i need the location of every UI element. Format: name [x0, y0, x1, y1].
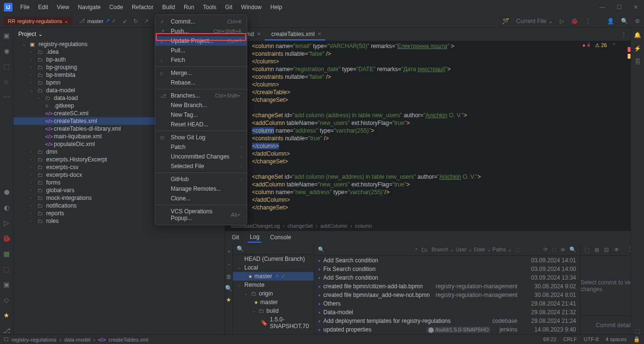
layers-tool-icon[interactable]: ⬚	[635, 328, 640, 334]
eye-icon[interactable]: 👁	[614, 246, 619, 253]
git-menu-item[interactable]: Manage Remotes...	[155, 184, 247, 194]
debug-icon[interactable]: 🐞	[571, 18, 578, 25]
breadcrumb-item[interactable]: changeSet	[288, 223, 313, 229]
line-separator[interactable]: CRLF	[563, 336, 577, 343]
git-menu-item[interactable]: ◴Show Git Log	[155, 133, 247, 142]
run-config-selector[interactable]: Current File ⌄	[516, 18, 553, 25]
remove-icon[interactable]: －	[226, 260, 232, 269]
menu-view[interactable]: View	[53, 2, 73, 12]
breadcrumb-item[interactable]: addColumn	[320, 223, 347, 229]
menu-build[interactable]: Build	[158, 2, 179, 12]
filter-user[interactable]: User ⌄	[455, 246, 474, 252]
menu-code[interactable]: Code	[105, 2, 127, 12]
branch-item-snapshot[interactable]: 🔖 1.5.0-SNAPSHOT.70	[233, 315, 314, 331]
branch-group-remote[interactable]: ⌄Remote	[233, 281, 314, 289]
search-icon[interactable]: 🔍	[225, 285, 232, 292]
editor-code[interactable]: <column name="email" type="VARCHAR(50)" …	[248, 41, 631, 220]
debug-tool-icon[interactable]: 🐞	[2, 234, 11, 242]
update-icon[interactable]: ↙	[123, 18, 127, 25]
close-tab-icon[interactable]: ✕	[257, 31, 261, 37]
python-tool-icon[interactable]: ▦	[3, 250, 10, 258]
commit-row[interactable]: ●Add deployment templates for registry-r…	[314, 317, 580, 325]
menu-refactor[interactable]: Refactor	[128, 2, 157, 12]
eye-icon[interactable]: 👁	[560, 247, 566, 253]
star-tool-icon[interactable]: ★	[3, 311, 10, 319]
menu-run[interactable]: Run	[180, 2, 198, 12]
star-icon[interactable]: ★	[226, 296, 231, 303]
collapse-icon[interactable]: ⊟	[604, 246, 609, 253]
git-tab-git[interactable]: Git	[230, 233, 241, 242]
git-menu-item[interactable]: ⎇Branches...Ctrl+Shift+`	[155, 91, 247, 100]
git-menu-item[interactable]: ✓Commit...Ctrl+K	[155, 17, 247, 26]
commit-search-input[interactable]	[328, 246, 410, 253]
menu-help[interactable]: Help	[266, 2, 286, 12]
filter-branch[interactable]: Branch ⌄	[431, 246, 455, 252]
branch-item-master[interactable]: ★master ↗✓	[233, 272, 314, 281]
settings-icon[interactable]: ⚙	[635, 18, 640, 25]
expand-icon[interactable]: ⊞	[594, 246, 599, 253]
git-tab-log[interactable]: Log	[248, 232, 261, 243]
git-menu-item[interactable]: Selected File›	[155, 161, 247, 171]
menu-edit[interactable]: Edit	[34, 2, 52, 12]
open-icon[interactable]: ⬚	[516, 246, 520, 253]
editor-body[interactable]: ● 4 ⚠ 26 ⌃ 75 7677787980 <column name="e…	[225, 41, 631, 220]
project-selector[interactable]: RR registry-regulations ⌄	[4, 17, 72, 25]
git-menu-item[interactable]: GitHub›	[155, 174, 247, 184]
git-menu-item[interactable]: ↓Fetch	[155, 55, 247, 65]
git-menu-item[interactable]: Pull...	[155, 46, 247, 55]
commit-row[interactable]: ●created file bpmn/aav_add-new-not.bpmnr…	[314, 291, 580, 299]
git-menu-item[interactable]: ↗Push...Ctrl+Shift+K	[155, 26, 247, 36]
group-icon[interactable]: ⬚	[584, 246, 590, 253]
case-icon[interactable]: Cc	[421, 247, 428, 253]
filter-date[interactable]: Date ⌄	[474, 246, 492, 252]
lock-icon[interactable]: 🔒	[633, 336, 640, 343]
git-menu-item[interactable]: New Branch...	[155, 100, 247, 110]
git-menu-item[interactable]: ⎌Merge...	[155, 68, 247, 78]
more-tool-icon[interactable]: ⋯	[3, 93, 10, 101]
editor-breadcrumb[interactable]: databaseChangeLog›changeSet›addColumn›co…	[225, 220, 631, 231]
push-icon[interactable]: ↗	[144, 18, 149, 25]
git-menu-item[interactable]: Clone...	[155, 194, 247, 203]
regex-icon[interactable]: .*	[414, 247, 417, 253]
encoding[interactable]: UTF-8	[584, 336, 599, 343]
commit-row[interactable]: ●Others29.08.2024 21:41	[314, 299, 580, 308]
todo-tool-icon[interactable]: ◇	[4, 296, 9, 304]
structure-tool-icon[interactable]: ⬚	[3, 62, 10, 70]
run-icon[interactable]: ▷	[560, 18, 564, 25]
editor-inspections[interactable]: ● 4 ⚠ 26 ⌃	[582, 42, 616, 49]
filter-paths[interactable]: Paths ⌄	[492, 246, 512, 252]
add-icon[interactable]: ＋	[226, 247, 232, 256]
user-icon[interactable]: 👤	[607, 18, 614, 25]
close-tab-icon[interactable]: ✕	[317, 31, 321, 37]
cherry-pick-icon[interactable]: ⬚	[552, 246, 556, 253]
project-tool-icon[interactable]: ▣	[3, 32, 10, 39]
git-branch-search[interactable]: 🔍	[233, 244, 314, 255]
editor-minimap[interactable]	[624, 41, 631, 220]
branch-selector[interactable]: ⎇ master ↗ ✓	[76, 17, 119, 25]
commit-row[interactable]: ●created file bpmn/citizen-add-lab.bpmnr…	[314, 282, 580, 291]
branch-group-build[interactable]: ⌄🗀 build	[233, 307, 314, 315]
git-menu-item[interactable]: VCS Operations Popup...Alt+`	[155, 207, 247, 223]
cursor-position[interactable]: 68:22	[543, 336, 557, 343]
git-menu-item[interactable]: New Tag...	[155, 110, 247, 120]
notifications-tool-icon[interactable]: 🔔	[634, 32, 641, 38]
wand-icon[interactable]: 🪄	[502, 18, 509, 25]
menu-git[interactable]: Git	[221, 2, 236, 12]
menu-window[interactable]: Window	[237, 2, 265, 12]
git-menu-item[interactable]: Uncommitted Changes›	[155, 152, 247, 161]
menu-navigate[interactable]: Navigate	[74, 2, 104, 12]
problems-tool-icon[interactable]: ⬚	[3, 265, 10, 273]
database-tool-icon[interactable]: 🗄	[635, 59, 641, 65]
indent[interactable]: 4 spaces	[606, 336, 627, 343]
statusbar-path[interactable]: ☐ registry-regulations › data-model › </…	[4, 336, 543, 343]
git-menu-item[interactable]: Patch›	[155, 142, 247, 152]
terminal-tool-icon[interactable]: ▣	[3, 281, 10, 288]
commit-row[interactable]: ●updated properties⬤ /build/1.5.0-SNAPSH…	[314, 325, 580, 334]
tabs-more-icon[interactable]: ⋮	[617, 31, 631, 38]
commit-row[interactable]: ●Add Search condition03.09.2024 13:34	[314, 273, 580, 282]
menu-tools[interactable]: Tools	[199, 2, 220, 12]
close-icon[interactable]: ✕	[631, 2, 640, 12]
ai-tool-icon[interactable]: ⚡	[634, 45, 641, 52]
commit-row[interactable]: ●Add Search condition03.09.2024 14:01	[314, 256, 580, 265]
commit-row[interactable]: ●Fix Search condition03.09.2024 14:00	[314, 265, 580, 273]
